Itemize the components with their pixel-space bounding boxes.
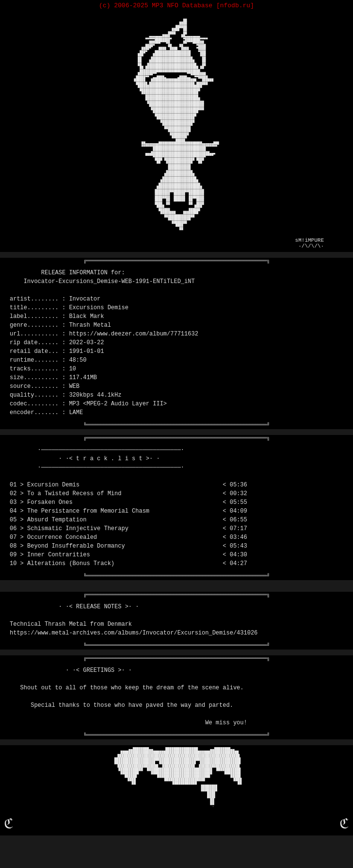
gap-2 [0, 429, 353, 435]
signature-text: sM!iMPURE·/\/\/\· [295, 237, 324, 249]
ascii-art-logo: ██ ████ ██████ ████ ██ ████ ██ ▄▄▄▄▄▄▄██… [134, 16, 219, 234]
ascii-art-section: ██ ████ ██████ ████ ██ ████ ██ ▄▄▄▄▄▄▄██… [0, 11, 353, 236]
bottom-right-corner: ℭ [339, 818, 349, 832]
release-notes-section: · ·< RELEASE NOTES >· · Technical Thrash… [0, 599, 353, 642]
tracklist-section: ·───────────────────────────────────────… [0, 442, 353, 573]
greetings-bottom-border: ╚═══════════════════════════════════════… [0, 732, 353, 739]
copyright-text: (c) 2006-2025 MP3 NFO Database [nfodb.ru… [99, 2, 254, 9]
tracklist-text: ·───────────────────────────────────────… [10, 446, 343, 568]
page-wrapper: (c) 2006-2025 MP3 NFO Database [nfodb.ru… [0, 0, 353, 835]
bottom-border-deco: ╚═══════════════════════════════════════… [0, 422, 353, 429]
gap-4 [0, 650, 353, 655]
signature-area: sM!iMPURE·/\/\/\· [0, 236, 353, 252]
release-info-text: RELEASE INFORMATION for: Invocator-Excur… [10, 268, 343, 417]
gap-3b [0, 586, 353, 592]
release-info-section: RELEASE INFORMATION for: Invocator-Excur… [0, 265, 353, 422]
bottom-left-corner: ℭ [4, 818, 14, 832]
greetings-block: ╔═══════════════════════════════════════… [0, 655, 353, 739]
greetings-top-border: ╔═══════════════════════════════════════… [0, 655, 353, 663]
release-info-block: ╔═══════════════════════════════════════… [0, 258, 353, 429]
greetings-text: · ·< GREETINGS >· · Shout out to all of … [10, 666, 343, 727]
tracklist-top-border: ╔═══════════════════════════════════════… [0, 435, 353, 442]
release-notes-text: · ·< RELEASE NOTES >· · Technical Thrash… [10, 602, 343, 637]
release-notes-block: ╔═══════════════════════════════════════… [0, 592, 353, 650]
bottom-logo: ▄▄████████▄▄ ████████████████ ▄▄████████… [112, 748, 242, 812]
gap-5 [0, 739, 353, 745]
greetings-section: · ·< GREETINGS >· · Shout out to all of … [0, 662, 353, 732]
copyright-bar: (c) 2006-2025 MP3 NFO Database [nfodb.ru… [0, 0, 353, 11]
bottom-corners: ℭ ℭ [0, 817, 353, 835]
notes-bottom-border: ╚═══════════════════════════════════════… [0, 642, 353, 650]
tracklist-block: ╔═══════════════════════════════════════… [0, 435, 353, 580]
tracklist-bottom-border: ╚═══════════════════════════════════════… [0, 573, 353, 580]
notes-top-border: ╔═══════════════════════════════════════… [0, 592, 353, 599]
top-border-deco: ╔═══════════════════════════════════════… [0, 258, 353, 265]
gap-1 [0, 252, 353, 258]
bottom-ascii-art: ▄▄████████▄▄ ████████████████ ▄▄████████… [0, 745, 353, 817]
gap-3 [0, 580, 353, 586]
